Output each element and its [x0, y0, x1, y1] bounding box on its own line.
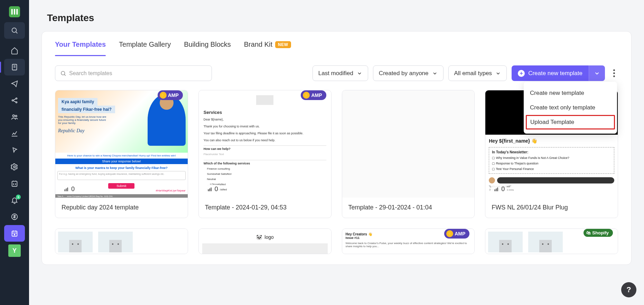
nav-templates[interactable]: [4, 59, 25, 75]
chevron-down-icon: [495, 71, 501, 76]
plus-icon: +: [518, 70, 525, 77]
tabs: Your Templates Template Gallery Building…: [42, 32, 631, 56]
amp-badge: ⚡AMP: [301, 90, 326, 100]
stat-badge: 0: [492, 185, 507, 194]
template-card[interactable]: [55, 228, 188, 254]
template-card[interactable]: ⚡AMP Hey Creators 👋 Issue #11 Welcome ba…: [342, 228, 475, 254]
chevron-down-icon: [432, 71, 438, 76]
nav-code[interactable]: [4, 175, 25, 192]
stat-badge: 0: [205, 185, 220, 194]
svg-point-9: [16, 98, 17, 99]
svg-rect-29: [209, 188, 210, 191]
nav-billing[interactable]: [4, 208, 25, 225]
search-icon: [60, 70, 66, 77]
card-title: Template - 2024-01-29, 04:53: [199, 198, 331, 218]
svg-rect-31: [495, 189, 495, 191]
template-card[interactable]: 🐼 logo: [198, 228, 332, 254]
dropdown-create-new[interactable]: Create new template: [524, 86, 617, 100]
svg-rect-26: [66, 188, 67, 191]
svg-rect-25: [65, 189, 65, 191]
filter-creator[interactable]: Created by anyone: [373, 65, 444, 81]
dropdown-text-only[interactable]: Create text only template: [524, 100, 617, 115]
card-title: Republic day 2024 template: [55, 198, 188, 218]
nav-home[interactable]: [4, 42, 25, 59]
svg-rect-2: [16, 9, 18, 15]
amp-badge: ⚡AMP: [158, 90, 183, 100]
new-badge: NEW: [275, 41, 291, 48]
svg-point-8: [12, 100, 13, 101]
svg-point-14: [15, 115, 17, 117]
template-card[interactable]: 🛍 Shopify: [485, 228, 618, 254]
nav-campaigns[interactable]: [4, 75, 25, 92]
notification-badge: 1: [16, 195, 21, 199]
svg-rect-0: [11, 9, 13, 15]
tab-your-templates[interactable]: Your Templates: [55, 41, 106, 56]
svg-rect-33: [497, 187, 498, 191]
tab-template-gallery[interactable]: Template Gallery: [119, 41, 171, 56]
stat-badge: 0: [62, 185, 77, 194]
svg-rect-30: [211, 187, 211, 191]
nav-pointer[interactable]: [4, 142, 25, 159]
svg-point-3: [12, 28, 17, 33]
svg-point-10: [16, 102, 17, 103]
svg-point-13: [13, 115, 15, 117]
templates-panel: Your Templates Template Gallery Building…: [41, 31, 632, 265]
svg-point-22: [613, 69, 615, 71]
svg-point-20: [61, 71, 65, 75]
sidebar: 1 Y: [0, 0, 29, 305]
nav-calendar[interactable]: [4, 225, 25, 242]
svg-line-21: [64, 74, 65, 75]
template-card[interactable]: Template - 29-01-2024 - 01:04: [342, 90, 475, 218]
main-content: Templates Your Templates Template Galler…: [29, 0, 644, 305]
app-logo[interactable]: [9, 6, 20, 17]
svg-rect-28: [208, 189, 208, 191]
svg-line-11: [13, 99, 16, 100]
org-badge[interactable]: Y: [8, 244, 21, 257]
filter-sort[interactable]: Last modified: [312, 65, 368, 81]
shopify-badge: 🛍 Shopify: [584, 229, 613, 237]
svg-line-12: [13, 101, 16, 102]
svg-line-4: [16, 32, 17, 33]
svg-point-19: [14, 234, 15, 235]
search-input-wrapper[interactable]: [55, 65, 212, 81]
svg-rect-16: [12, 181, 17, 187]
dropdown-upload[interactable]: Upload Template: [526, 115, 615, 129]
card-title: Template - 29-01-2024 - 01:04: [342, 198, 475, 218]
svg-rect-27: [67, 187, 68, 191]
svg-rect-18: [12, 231, 17, 236]
svg-rect-1: [14, 9, 15, 15]
nav-contacts[interactable]: [4, 109, 25, 125]
nav-notifications[interactable]: 1: [4, 192, 25, 208]
chevron-down-icon: [594, 70, 600, 77]
svg-point-15: [13, 166, 16, 168]
template-card[interactable]: ⚡AMP Kya aapki family financially Fikar-…: [55, 90, 188, 218]
tab-building-blocks[interactable]: Building Blocks: [184, 41, 231, 56]
nav-analytics[interactable]: [4, 125, 25, 142]
nav-settings[interactable]: [4, 159, 25, 175]
search-input[interactable]: [69, 70, 207, 77]
svg-rect-32: [496, 188, 497, 191]
page-title: Templates: [29, 0, 644, 26]
create-dropdown: Create new template Create text only tem…: [524, 82, 617, 134]
search-icon[interactable]: [4, 22, 25, 39]
create-template-button[interactable]: + Create new template: [512, 65, 605, 81]
nav-share[interactable]: [4, 92, 25, 109]
svg-point-23: [613, 72, 615, 74]
chevron-down-icon: [357, 71, 362, 76]
amp-badge: ⚡AMP: [444, 229, 469, 239]
tab-brand-kit[interactable]: Brand KitNEW: [244, 41, 291, 56]
svg-point-24: [613, 75, 615, 77]
filter-type[interactable]: All email types: [448, 65, 507, 81]
template-card[interactable]: ⚡AMP Services Dear ${name}, Thank you fo…: [198, 90, 332, 218]
create-dropdown-toggle[interactable]: [589, 65, 605, 81]
more-options[interactable]: [610, 69, 618, 78]
card-title: FWS NL 26/01/24 Blur Plug: [485, 198, 618, 218]
help-button[interactable]: ?: [621, 282, 636, 297]
